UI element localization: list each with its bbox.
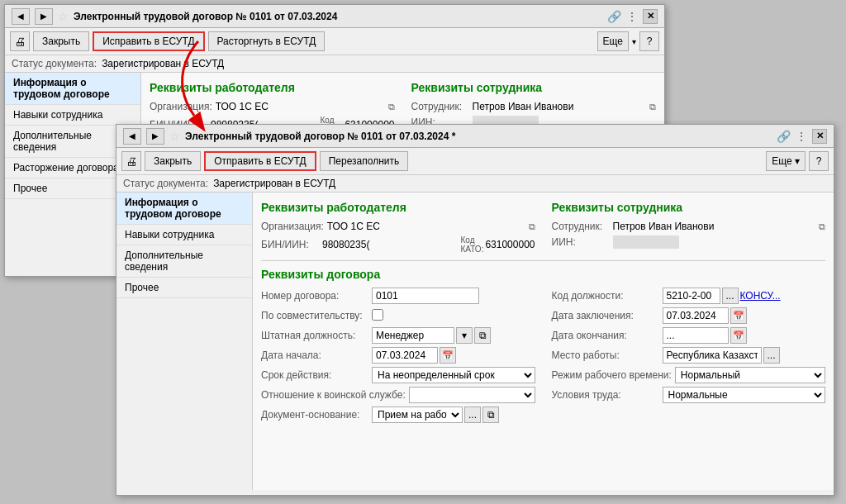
detail-grid-2: Номер договора: Код должности: ... КОНСУ…: [261, 288, 825, 423]
sidebar-item-skills-1[interactable]: Навыки сотрудника: [5, 105, 140, 126]
help-btn-2[interactable]: ?: [809, 151, 829, 171]
otpravit-btn-2[interactable]: Отправить в ЕСУТД: [204, 151, 316, 171]
sidebar-2: Информация о трудовом договоре Навыки со…: [116, 193, 253, 490]
form-grid-2: Организация: ТОО 1С ЕС ⧉ Сотрудник: Петр…: [261, 221, 825, 254]
more-icon-btn-2[interactable]: ⋮: [796, 130, 807, 143]
status-label-2: Статус документа:: [123, 178, 208, 189]
nomer-input[interactable]: [372, 288, 479, 304]
data-zakl-cal-btn[interactable]: 📅: [730, 307, 747, 324]
org-link-icon-1[interactable]: ⧉: [388, 102, 395, 112]
employer-header-2: Реквизиты работодателя: [261, 201, 535, 214]
refresh-btn-2[interactable]: 🖨: [121, 151, 141, 171]
kod-dolzh-input[interactable]: [663, 288, 720, 304]
shtat-input[interactable]: [372, 327, 454, 344]
srok-select[interactable]: На неопределенный срок: [372, 367, 535, 383]
toolbar-1: 🖨 Закрыть Исправить в ЕСУТД Расторгнуть …: [5, 28, 664, 55]
close-btn-1[interactable]: Закрыть: [33, 31, 89, 51]
title-icons-1: 🔗 ⋮ ✕: [607, 9, 658, 24]
contract-header-2: Реквизиты договора: [261, 268, 825, 281]
employee-header-1: Реквизиты сотрудника: [411, 81, 657, 94]
kod-dolzh-container: ... КОНСУ...: [663, 288, 826, 304]
back-btn-1[interactable]: ◀: [12, 8, 30, 25]
kod-kato-group-2: КодКАТО: 631000000: [460, 235, 535, 254]
osnov-select[interactable]: Прием на работу в орг: [372, 407, 463, 423]
data-okn-cal-btn[interactable]: 📅: [730, 327, 747, 344]
kod-kato-label-2: КодКАТО:: [460, 235, 483, 254]
shtat-select-btn[interactable]: ▾: [456, 327, 473, 344]
data-nach-input[interactable]: [372, 347, 438, 364]
divider-2: [261, 260, 825, 261]
otn-select[interactable]: [409, 387, 535, 403]
nomer-row: Номер договора:: [261, 288, 535, 304]
org-label-2: Организация:: [261, 221, 324, 232]
esche-btn-1[interactable]: Еще: [597, 31, 629, 51]
status-bar-1: Статус документа: Зарегистрирован в ЕСУТ…: [5, 55, 664, 73]
rezhim-select[interactable]: Нормальный: [675, 367, 825, 383]
data-zakl-input[interactable]: [663, 307, 729, 324]
osnov-dots-btn[interactable]: ...: [464, 407, 481, 423]
star-btn-2[interactable]: ☆: [169, 130, 180, 143]
sidebar-item-prochee-2[interactable]: Прочее: [116, 278, 252, 298]
close-x-btn-1[interactable]: ✕: [643, 9, 658, 24]
perezapolnit-btn-2[interactable]: Перезаполнить: [320, 151, 409, 171]
contract-details-2: Реквизиты договора Номер договора: Код д…: [261, 268, 825, 423]
iin-row-2: ИИН:: [552, 235, 826, 254]
data-nach-cal-btn[interactable]: 📅: [440, 347, 456, 364]
status-value-2: Зарегистрирован в ЕСУТД: [213, 178, 335, 189]
section-headers-1: Реквизиты работодателя Реквизиты сотрудн…: [150, 81, 656, 94]
toolbar-2: 🖨 Закрыть Отправить в ЕСУТД Перезаполнит…: [116, 148, 834, 175]
window-title-2: Электронный трудовой договор № 0101 от 0…: [185, 131, 772, 142]
usl-select[interactable]: Нормальные: [663, 387, 826, 403]
sidebar-item-info-1[interactable]: Информация о трудовом договоре: [5, 73, 140, 105]
empty-row: [552, 407, 826, 423]
esche-btn-2[interactable]: Еще ▾: [766, 151, 806, 171]
link-icon-btn-1[interactable]: 🔗: [607, 10, 621, 23]
sidebar-item-additional-2[interactable]: Дополнительные сведения: [116, 245, 252, 278]
more-icon-btn-1[interactable]: ⋮: [626, 10, 638, 23]
back-btn-2[interactable]: ◀: [123, 128, 141, 145]
org-value-1: ТОО 1С ЕС: [216, 101, 385, 112]
close-x-btn-2[interactable]: ✕: [812, 129, 827, 144]
osnov-link-btn[interactable]: ⧉: [482, 407, 499, 423]
mesto-btn[interactable]: ...: [763, 347, 780, 364]
star-btn-1[interactable]: ☆: [58, 10, 69, 23]
refresh-btn-1[interactable]: 🖨: [10, 31, 30, 51]
sotr-link-icon-1[interactable]: ⧉: [649, 102, 656, 112]
sotr-link-icon-2[interactable]: ⧉: [819, 221, 825, 232]
org-link-icon-2[interactable]: ⧉: [529, 221, 535, 232]
iin-label-2: ИИН:: [552, 236, 610, 248]
main-content-2: Реквизиты работодателя Реквизиты сотрудн…: [253, 193, 834, 490]
kod-dolzh-row: Код должности: ... КОНСУ...: [552, 288, 826, 304]
shtat-link-btn[interactable]: ⧉: [474, 327, 491, 344]
shtat-row: Штатная должность: ▾ ⧉: [261, 327, 535, 344]
bin-value-2: 98080235(: [322, 239, 457, 250]
konsultant-link[interactable]: КОНСУ...: [740, 290, 781, 302]
help-btn-1[interactable]: ?: [639, 31, 659, 51]
srok-container: На неопределенный срок: [372, 367, 535, 383]
osnov-row: Документ-основание: Прием на работу в ор…: [261, 407, 535, 423]
rastorgnut-btn-1[interactable]: Расторгнуть в ЕСУТД: [208, 31, 326, 51]
nomer-label: Номер договора:: [261, 290, 368, 302]
data-okn-input[interactable]: [663, 327, 729, 344]
bin-label-2: БИН/ИИН:: [261, 239, 319, 250]
po-checkbox[interactable]: [372, 309, 383, 321]
forward-btn-2[interactable]: ▶: [146, 128, 164, 145]
data-nach-label: Дата начала:: [261, 349, 368, 361]
bin-row-2: БИН/ИИН: 98080235( КодКАТО: 631000000: [261, 235, 535, 254]
kod-kato-value-2: 631000000: [485, 239, 535, 250]
ispr-btn-1[interactable]: Исправить в ЕСУТД: [93, 31, 204, 51]
data-zakl-container: 📅: [663, 307, 826, 324]
po-value-container: [372, 309, 535, 323]
sidebar-item-info-2[interactable]: Информация о трудовом договоре: [116, 193, 252, 225]
sidebar-item-skills-2[interactable]: Навыки сотрудника: [116, 225, 252, 245]
kod-dolzh-dots-btn[interactable]: ...: [722, 288, 739, 304]
mesto-input[interactable]: [663, 347, 762, 364]
otn-label: Отношение к воинской службе:: [261, 389, 406, 401]
po-label: По совместительству:: [261, 310, 368, 321]
data-zakl-row: Дата заключения: 📅: [552, 307, 826, 324]
close-btn-2[interactable]: Закрыть: [145, 151, 201, 171]
window-title-1: Электронный трудовой договор № 0101 от 0…: [74, 11, 602, 22]
shtat-label: Штатная должность:: [261, 330, 368, 341]
link-icon-btn-2[interactable]: 🔗: [777, 130, 791, 143]
forward-btn-1[interactable]: ▶: [35, 8, 53, 25]
